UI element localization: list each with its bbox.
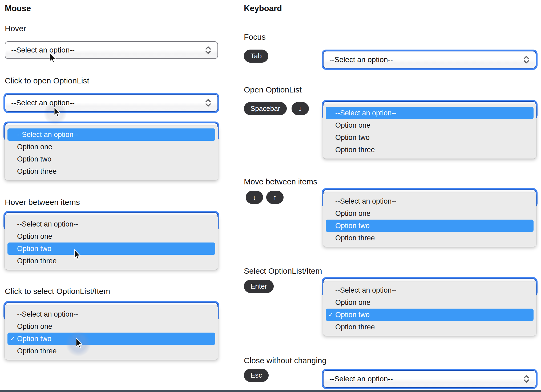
open-optionlist: --Select an option-- Option one Option t… (321, 99, 538, 161)
select-value: --Select an option-- (11, 46, 75, 54)
option-item-selected[interactable]: ✓ Option two (326, 309, 534, 321)
cursor-icon (52, 106, 61, 118)
arrow-down-key: ↓ (246, 191, 263, 204)
open-optionlist: --Select an option-- Option one Option t… (3, 121, 220, 182)
select-value: --Select an option-- (329, 55, 393, 64)
open-optionlist: --Select an option-- Option one Option t… (3, 211, 220, 272)
option-item-hovered[interactable]: Option two (7, 243, 215, 255)
option-item[interactable]: Option one (7, 230, 215, 243)
option-item[interactable]: Option two (326, 131, 534, 144)
option-item[interactable]: Option three (326, 321, 534, 333)
click-to-select-label: Click to select OptionList/Item (5, 287, 110, 296)
option-item[interactable]: --Select an option-- (326, 195, 534, 207)
cursor-icon (74, 337, 83, 349)
option-item[interactable]: --Select an option-- (326, 284, 534, 296)
enter-key: Enter (244, 280, 274, 293)
option-list: --Select an option-- Option one Option t… (5, 215, 218, 270)
esc-key: Esc (244, 369, 269, 382)
spacebar-key: Spacebar (244, 102, 287, 115)
open-optionlist: --Select an option-- Option one Option t… (321, 188, 538, 249)
chevron-updown-icon (523, 374, 530, 383)
option-item[interactable]: --Select an option-- (326, 107, 534, 119)
arrow-down-key: ↓ (292, 102, 309, 115)
cursor-icon (47, 52, 56, 64)
cursor-icon (72, 249, 81, 261)
option-list: --Select an option-- Option one ✓ Option… (323, 281, 536, 336)
arrow-up-key: ↑ (266, 191, 284, 204)
open-optionlist-label: Open OptionList (244, 85, 302, 94)
option-item-active[interactable]: Option two (326, 220, 534, 232)
option-list: --Select an option-- Option one Option t… (323, 192, 536, 247)
select-trigger-focused[interactable]: --Select an option-- (5, 94, 218, 112)
close-without-changing-label: Close without changing (244, 356, 326, 365)
option-item[interactable]: Option three (7, 165, 215, 177)
option-item[interactable]: Option three (7, 255, 215, 267)
move-between-items-label: Move between items (244, 177, 317, 186)
option-item[interactable]: --Select an option-- (7, 308, 215, 320)
focus-label: Focus (244, 33, 266, 42)
option-item[interactable]: Option three (7, 345, 215, 357)
tab-key: Tab (244, 50, 268, 63)
option-item[interactable]: Option one (326, 119, 534, 131)
hover-label: Hover (5, 24, 26, 33)
click-to-open-label: Click to open OptionList (5, 76, 89, 85)
option-item[interactable]: Option one (326, 296, 534, 309)
select-optionlist-item-label: Select OptionList/Item (244, 266, 322, 276)
next-section-divider (0, 390, 541, 392)
keyboard-title: Keyboard (244, 4, 282, 13)
check-icon: ✓ (328, 311, 333, 318)
select-value: --Select an option-- (329, 375, 393, 383)
chevron-updown-icon (523, 55, 530, 64)
optionlist-interaction-docs: Mouse Hover --Select an option-- Click t… (0, 0, 541, 392)
option-list: --Select an option-- Option one Option t… (5, 126, 218, 180)
hover-between-items-label: Hover between items (5, 198, 80, 207)
option-item[interactable]: Option one (7, 320, 215, 333)
check-icon: ✓ (10, 335, 15, 342)
option-list: --Select an option-- Option one ✓ Option… (5, 305, 218, 360)
option-item[interactable]: Option three (326, 232, 534, 244)
chevron-updown-icon (205, 46, 212, 55)
option-item[interactable]: Option one (326, 207, 534, 220)
mouse-title: Mouse (5, 4, 31, 13)
option-list: --Select an option-- Option one Option t… (323, 104, 536, 159)
option-item[interactable]: Option two (7, 153, 215, 165)
option-item[interactable]: Option three (326, 144, 534, 156)
open-optionlist: --Select an option-- Option one ✓ Option… (321, 277, 538, 338)
chevron-updown-icon (205, 98, 212, 107)
option-item[interactable]: Option one (7, 141, 215, 153)
option-item[interactable]: --Select an option-- (7, 128, 215, 141)
select-trigger-focused[interactable]: --Select an option-- (323, 51, 536, 68)
select-trigger-focused[interactable]: --Select an option-- (323, 370, 536, 388)
option-item-selected[interactable]: ✓ Option two (7, 333, 215, 345)
option-item[interactable]: --Select an option-- (7, 218, 215, 230)
select-trigger[interactable]: --Select an option-- (5, 41, 218, 59)
select-value: --Select an option-- (11, 99, 75, 107)
open-optionlist: --Select an option-- Option one ✓ Option… (3, 301, 220, 362)
